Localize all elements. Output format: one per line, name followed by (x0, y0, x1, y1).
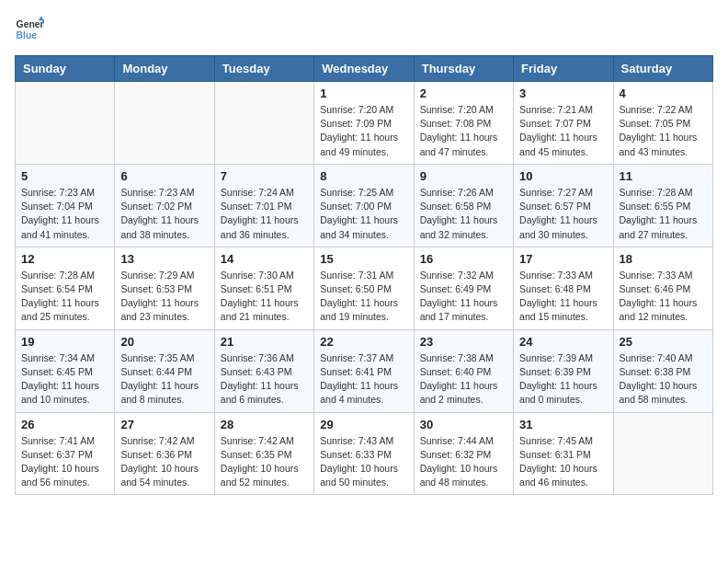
calendar-table: SundayMondayTuesdayWednesdayThursdayFrid… (15, 55, 713, 495)
weekday-header-tuesday: Tuesday (214, 56, 313, 82)
day-number: 8 (320, 169, 407, 183)
calendar-cell: 2Sunrise: 7:20 AM Sunset: 7:08 PM Daylig… (414, 82, 513, 165)
svg-text:Blue: Blue (17, 30, 38, 40)
calendar-cell: 14Sunrise: 7:30 AM Sunset: 6:51 PM Dayli… (214, 247, 313, 329)
day-info: Sunrise: 7:29 AM Sunset: 6:53 PM Dayligh… (120, 269, 208, 325)
day-info: Sunrise: 7:21 AM Sunset: 7:07 PM Dayligh… (519, 103, 607, 159)
day-number: 9 (420, 169, 507, 183)
calendar-cell: 23Sunrise: 7:38 AM Sunset: 6:40 PM Dayli… (414, 329, 513, 412)
day-number: 11 (620, 169, 707, 183)
day-info: Sunrise: 7:23 AM Sunset: 7:02 PM Dayligh… (120, 186, 208, 242)
day-number: 6 (120, 169, 208, 183)
day-number: 30 (420, 418, 507, 431)
calendar-cell: 13Sunrise: 7:29 AM Sunset: 6:53 PM Dayli… (115, 247, 214, 329)
day-number: 28 (221, 418, 308, 431)
day-number: 24 (519, 335, 607, 349)
weekday-header-monday: Monday (115, 56, 214, 82)
calendar-cell: 26Sunrise: 7:41 AM Sunset: 6:37 PM Dayli… (16, 412, 115, 495)
calendar-week-row: 5Sunrise: 7:23 AM Sunset: 7:04 PM Daylig… (16, 164, 713, 247)
day-info: Sunrise: 7:28 AM Sunset: 6:55 PM Dayligh… (620, 186, 707, 242)
day-info: Sunrise: 7:41 AM Sunset: 6:37 PM Dayligh… (21, 434, 108, 490)
day-number: 21 (221, 335, 308, 349)
day-number: 1 (320, 86, 407, 100)
calendar-week-row: 26Sunrise: 7:41 AM Sunset: 6:37 PM Dayli… (16, 412, 713, 495)
weekday-header-saturday: Saturday (613, 56, 712, 82)
calendar-cell (16, 82, 115, 165)
day-info: Sunrise: 7:43 AM Sunset: 6:33 PM Dayligh… (320, 434, 407, 490)
day-info: Sunrise: 7:31 AM Sunset: 6:50 PM Dayligh… (320, 269, 407, 325)
calendar-cell (613, 412, 712, 495)
weekday-header-wednesday: Wednesday (314, 56, 414, 82)
day-info: Sunrise: 7:45 AM Sunset: 6:31 PM Dayligh… (519, 434, 607, 490)
weekday-header-friday: Friday (514, 56, 613, 82)
day-number: 31 (519, 418, 607, 431)
calendar-cell: 19Sunrise: 7:34 AM Sunset: 6:45 PM Dayli… (16, 329, 115, 412)
day-info: Sunrise: 7:20 AM Sunset: 7:09 PM Dayligh… (320, 103, 407, 159)
day-info: Sunrise: 7:40 AM Sunset: 6:38 PM Dayligh… (620, 351, 707, 408)
calendar-cell: 16Sunrise: 7:32 AM Sunset: 6:49 PM Dayli… (414, 247, 513, 329)
calendar-cell: 5Sunrise: 7:23 AM Sunset: 7:04 PM Daylig… (16, 164, 115, 247)
calendar-cell: 31Sunrise: 7:45 AM Sunset: 6:31 PM Dayli… (514, 412, 613, 495)
day-number: 17 (519, 252, 607, 266)
calendar-cell: 18Sunrise: 7:33 AM Sunset: 6:46 PM Dayli… (613, 247, 712, 329)
day-number: 4 (620, 86, 707, 100)
calendar-cell: 22Sunrise: 7:37 AM Sunset: 6:41 PM Dayli… (314, 329, 414, 412)
calendar-cell: 6Sunrise: 7:23 AM Sunset: 7:02 PM Daylig… (115, 164, 214, 247)
day-number: 16 (420, 252, 507, 266)
calendar-cell: 8Sunrise: 7:25 AM Sunset: 7:00 PM Daylig… (314, 164, 414, 247)
calendar-week-row: 12Sunrise: 7:28 AM Sunset: 6:54 PM Dayli… (16, 247, 713, 329)
svg-marker-2 (39, 17, 44, 21)
weekday-header-sunday: Sunday (16, 56, 115, 82)
weekday-header-row: SundayMondayTuesdayWednesdayThursdayFrid… (16, 56, 713, 82)
calendar-cell: 21Sunrise: 7:36 AM Sunset: 6:43 PM Dayli… (214, 329, 313, 412)
day-info: Sunrise: 7:33 AM Sunset: 6:48 PM Dayligh… (519, 269, 607, 325)
logo-icon: General Blue (15, 15, 44, 44)
svg-text:General: General (17, 19, 44, 29)
day-number: 13 (120, 252, 208, 266)
day-number: 15 (320, 252, 407, 266)
day-info: Sunrise: 7:36 AM Sunset: 6:43 PM Dayligh… (221, 351, 308, 408)
day-number: 20 (120, 335, 208, 349)
day-info: Sunrise: 7:26 AM Sunset: 6:58 PM Dayligh… (420, 186, 507, 242)
calendar-cell: 28Sunrise: 7:42 AM Sunset: 6:35 PM Dayli… (214, 412, 313, 495)
day-info: Sunrise: 7:24 AM Sunset: 7:01 PM Dayligh… (221, 186, 308, 242)
calendar-cell: 30Sunrise: 7:44 AM Sunset: 6:32 PM Dayli… (414, 412, 513, 495)
calendar-cell: 29Sunrise: 7:43 AM Sunset: 6:33 PM Dayli… (314, 412, 414, 495)
day-number: 2 (420, 86, 507, 100)
day-info: Sunrise: 7:28 AM Sunset: 6:54 PM Dayligh… (21, 269, 108, 325)
calendar-cell: 25Sunrise: 7:40 AM Sunset: 6:38 PM Dayli… (613, 329, 712, 412)
calendar-cell: 20Sunrise: 7:35 AM Sunset: 6:44 PM Dayli… (115, 329, 214, 412)
calendar-week-row: 1Sunrise: 7:20 AM Sunset: 7:09 PM Daylig… (16, 82, 713, 165)
day-info: Sunrise: 7:30 AM Sunset: 6:51 PM Dayligh… (221, 269, 308, 325)
day-info: Sunrise: 7:44 AM Sunset: 6:32 PM Dayligh… (420, 434, 507, 490)
day-number: 26 (21, 418, 108, 431)
logo: General Blue (15, 15, 44, 44)
day-info: Sunrise: 7:39 AM Sunset: 6:39 PM Dayligh… (519, 351, 607, 408)
day-info: Sunrise: 7:32 AM Sunset: 6:49 PM Dayligh… (420, 269, 507, 325)
calendar-cell: 27Sunrise: 7:42 AM Sunset: 6:36 PM Dayli… (115, 412, 214, 495)
page-header: General Blue (15, 15, 713, 44)
calendar-cell: 24Sunrise: 7:39 AM Sunset: 6:39 PM Dayli… (514, 329, 613, 412)
calendar-cell: 10Sunrise: 7:27 AM Sunset: 6:57 PM Dayli… (514, 164, 613, 247)
day-info: Sunrise: 7:20 AM Sunset: 7:08 PM Dayligh… (420, 103, 507, 159)
day-number: 12 (21, 252, 108, 266)
calendar-cell: 12Sunrise: 7:28 AM Sunset: 6:54 PM Dayli… (16, 247, 115, 329)
calendar-cell: 17Sunrise: 7:33 AM Sunset: 6:48 PM Dayli… (514, 247, 613, 329)
calendar-cell: 4Sunrise: 7:22 AM Sunset: 7:05 PM Daylig… (613, 82, 712, 165)
weekday-header-thursday: Thursday (414, 56, 513, 82)
day-number: 14 (221, 252, 308, 266)
calendar-cell: 15Sunrise: 7:31 AM Sunset: 6:50 PM Dayli… (314, 247, 414, 329)
day-info: Sunrise: 7:27 AM Sunset: 6:57 PM Dayligh… (519, 186, 607, 242)
day-info: Sunrise: 7:38 AM Sunset: 6:40 PM Dayligh… (420, 351, 507, 408)
day-number: 3 (519, 86, 607, 100)
calendar-cell: 7Sunrise: 7:24 AM Sunset: 7:01 PM Daylig… (214, 164, 313, 247)
day-info: Sunrise: 7:33 AM Sunset: 6:46 PM Dayligh… (620, 269, 707, 325)
day-number: 27 (120, 418, 208, 431)
day-info: Sunrise: 7:35 AM Sunset: 6:44 PM Dayligh… (120, 351, 208, 408)
calendar-cell: 9Sunrise: 7:26 AM Sunset: 6:58 PM Daylig… (414, 164, 513, 247)
day-info: Sunrise: 7:37 AM Sunset: 6:41 PM Dayligh… (320, 351, 407, 408)
day-info: Sunrise: 7:34 AM Sunset: 6:45 PM Dayligh… (21, 351, 108, 408)
calendar-cell: 11Sunrise: 7:28 AM Sunset: 6:55 PM Dayli… (613, 164, 712, 247)
day-number: 18 (620, 252, 707, 266)
day-number: 7 (221, 169, 308, 183)
